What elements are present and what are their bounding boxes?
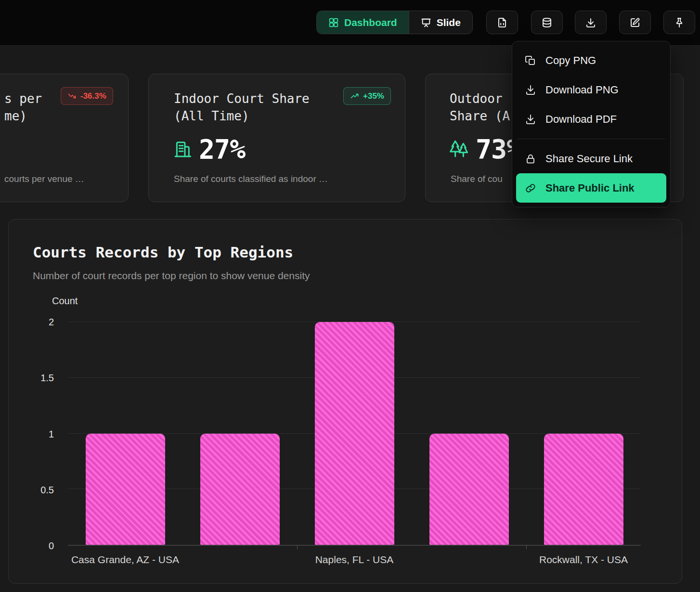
database-icon <box>541 17 553 28</box>
bar-chart-plot <box>68 322 641 546</box>
bar-slot <box>526 322 641 545</box>
file-icon <box>496 17 508 28</box>
kpi-indoor-value-row: 27% <box>173 134 245 165</box>
bar-Naples, FL - USA <box>315 322 394 545</box>
chart-subtitle: Number of court records per top region t… <box>33 270 310 282</box>
x-axis-label: Casa Grande, AZ - USA <box>68 554 182 566</box>
menu-item-share-public-link[interactable]: Share Public Link <box>516 173 666 203</box>
bar-region-2 <box>200 434 280 545</box>
menu-item-download-png[interactable]: Download PNG <box>516 75 666 104</box>
dashboard-screen: Dashboard Slide s per me) <box>0 0 700 592</box>
trend-up-icon <box>350 91 359 101</box>
tab-slide-label: Slide <box>437 17 461 28</box>
pin-button[interactable] <box>663 11 695 34</box>
kpi-indoor-subtitle: Share of courts classified as indoor … <box>174 174 328 184</box>
chart-card: Courts Records by Top Regions Number of … <box>8 219 682 584</box>
bar-slot <box>297 322 412 545</box>
x-axis-label: Naples, FL - USA <box>297 554 412 566</box>
y-tick-label: 1.5 <box>40 373 54 384</box>
y-tick-label: 0.5 <box>40 484 54 495</box>
edit-icon <box>629 17 641 28</box>
menu-divider <box>517 139 665 139</box>
menu-item-share-secure-link[interactable]: Share Secure Link <box>516 144 666 173</box>
pin-icon <box>674 17 685 28</box>
kpi-indoor-badge: +35% <box>343 87 391 105</box>
kpi-outdoor-subtitle: Share of cou <box>451 174 503 184</box>
kpi-outdoor-title: Outdoor Share (A <box>450 90 510 125</box>
file-button[interactable] <box>486 11 518 34</box>
y-axis-tick-labels: 00.511.52 <box>18 322 62 546</box>
y-axis-title: Count <box>52 296 78 307</box>
kpi-card-indoor: Indoor Court Share (All Time) +35% 27% S… <box>148 74 405 202</box>
link-icon <box>525 182 536 194</box>
share-export-menu: Copy PNG Download PNG Download PDF Share… <box>512 41 671 207</box>
bar-slot <box>182 322 297 545</box>
tab-dashboard[interactable]: Dashboard <box>317 11 409 34</box>
chart-title: Courts Records by Top Regions <box>33 244 293 261</box>
kpi-left-subtitle: courts per venue … <box>4 174 84 184</box>
copy-icon <box>525 55 536 66</box>
kpi-left-badge: -36.3% <box>61 87 113 105</box>
presentation-icon <box>421 17 431 28</box>
x-axis-label: Rockwall, TX - USA <box>526 554 641 566</box>
kpi-card-left: s per me) -36.3% courts per venue … <box>0 74 129 202</box>
menu-item-download-pdf[interactable]: Download PDF <box>516 104 666 134</box>
kpi-indoor-title: Indoor Court Share (All Time) <box>174 90 310 125</box>
edit-button[interactable] <box>619 11 651 34</box>
x-axis-tick <box>297 545 298 549</box>
database-button[interactable] <box>531 11 563 34</box>
download-icon <box>525 114 536 125</box>
download-icon <box>525 84 536 96</box>
view-toggle: Dashboard Slide <box>316 11 473 34</box>
download-button[interactable] <box>575 11 607 34</box>
x-axis-tick <box>526 545 527 549</box>
tab-slide[interactable]: Slide <box>409 11 472 34</box>
download-icon <box>585 17 596 28</box>
y-tick-label: 0 <box>49 541 54 552</box>
bar-Rockwall, TX - USA <box>544 434 623 545</box>
trees-icon <box>450 140 469 159</box>
kpi-outdoor-value-row: 73% <box>450 134 522 165</box>
menu-item-copy-png[interactable]: Copy PNG <box>516 46 666 75</box>
y-tick-label: 1 <box>49 428 54 439</box>
bar-slot <box>68 322 182 545</box>
topbar: Dashboard Slide <box>0 0 700 46</box>
trend-down-icon <box>67 91 77 101</box>
bar-region-4 <box>429 434 509 545</box>
x-axis-labels: Casa Grande, AZ - USANaples, FL - USARoc… <box>68 554 641 569</box>
kpi-card-left-title: s per me) <box>4 90 42 125</box>
kpi-indoor-value: 27% <box>199 134 245 165</box>
bar-Casa Grande, AZ - USA <box>86 434 165 545</box>
y-tick-label: 2 <box>49 317 54 328</box>
bar-slot <box>412 322 526 545</box>
building-icon <box>173 140 192 159</box>
tab-dashboard-label: Dashboard <box>344 17 397 28</box>
lock-icon <box>525 153 536 165</box>
grid-icon <box>328 17 339 28</box>
